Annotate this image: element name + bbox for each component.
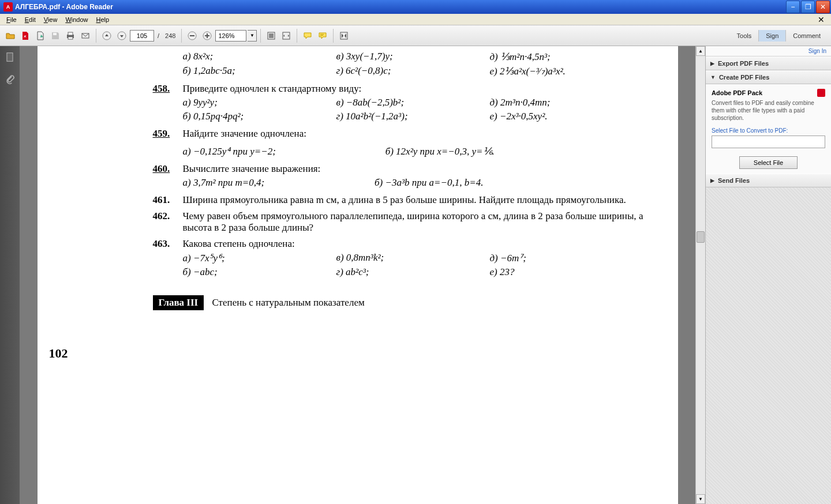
menubar-close-icon[interactable]: ✕ bbox=[814, 14, 829, 25]
problem-number: 459. bbox=[153, 128, 183, 140]
thumbnails-icon[interactable] bbox=[3, 51, 16, 63]
send-files-label: Send Files bbox=[718, 177, 750, 184]
text: д) −6m⁷; bbox=[490, 252, 643, 264]
toolbar: / 248 ▼ Tools Sign Comment bbox=[0, 25, 831, 46]
svg-rect-15 bbox=[340, 32, 347, 39]
menu-window[interactable]: Window bbox=[61, 15, 92, 24]
chevron-down-icon: ▼ bbox=[710, 74, 716, 80]
page-up-icon[interactable] bbox=[100, 29, 114, 43]
fit-page-icon[interactable] bbox=[264, 29, 278, 43]
vertical-scrollbar[interactable]: ▲ ▼ bbox=[695, 46, 705, 504]
left-nav-strip bbox=[0, 46, 20, 504]
scroll-up-icon[interactable]: ▲ bbox=[696, 46, 705, 56]
text: в) −8ab(−2,5)b²; bbox=[336, 97, 490, 108]
page-number-label: 102 bbox=[49, 346, 68, 361]
problem-number: 460. bbox=[153, 163, 183, 175]
svg-rect-2 bbox=[68, 32, 73, 35]
zoom-out-icon[interactable] bbox=[185, 29, 199, 43]
export-pdf-label: Export PDF Files bbox=[718, 60, 769, 67]
text: Найдите значение одночлена: bbox=[183, 128, 643, 140]
scroll-down-icon[interactable]: ▼ bbox=[696, 494, 705, 504]
zoom-dropdown-icon[interactable]: ▼ bbox=[248, 30, 257, 42]
main-area: а) 8x²x; в) 3xy(−1,7)y; д) ⅓m²n·4,5n³; б… bbox=[0, 46, 831, 504]
text: Ширина прямоугольника равна m см, а длин… bbox=[183, 194, 643, 206]
page-number-input[interactable] bbox=[130, 30, 154, 42]
text: д) 2m³n·0,4mn; bbox=[490, 97, 643, 108]
sign-tab[interactable]: Sign bbox=[758, 30, 785, 42]
comment-bubble-icon[interactable] bbox=[301, 29, 315, 43]
text: Приведите одночлен к стандартному виду: bbox=[183, 83, 643, 95]
menu-edit[interactable]: Edit bbox=[21, 15, 40, 24]
maximize-button[interactable]: ❐ bbox=[801, 1, 815, 13]
create-pdf-header[interactable]: ▼ Create PDF Files bbox=[706, 70, 831, 84]
text: б) −abc; bbox=[183, 266, 336, 278]
text: а) −7x⁵y⁶; bbox=[183, 252, 336, 264]
problem-number: 463. bbox=[153, 238, 183, 250]
create-pdf-label: Create PDF Files bbox=[719, 74, 769, 81]
text: г) ab²c³; bbox=[336, 266, 490, 278]
problem-number: 461. bbox=[153, 194, 183, 206]
send-files-header[interactable]: ▶ Send Files bbox=[706, 174, 831, 187]
text: Какова степень одночлена: bbox=[183, 238, 643, 250]
text: Вычислите значение выражения: bbox=[183, 163, 643, 175]
attachments-icon[interactable] bbox=[3, 73, 16, 85]
text: д) ⅓m²n·4,5n³; bbox=[490, 51, 643, 63]
text: а) 8x²x; bbox=[183, 51, 336, 63]
create-pdf-icon[interactable] bbox=[18, 29, 32, 43]
chevron-right-icon: ▶ bbox=[710, 61, 714, 66]
text: а) 9yy²y; bbox=[183, 97, 336, 108]
menu-view[interactable]: View bbox=[40, 15, 62, 24]
menu-help[interactable]: Help bbox=[92, 15, 114, 24]
svg-rect-17 bbox=[8, 53, 13, 61]
svg-rect-0 bbox=[53, 33, 57, 35]
select-file-button[interactable]: Select File bbox=[739, 156, 798, 169]
pack-description: Convert files to PDF and easily combine … bbox=[712, 99, 825, 122]
highlight-icon[interactable] bbox=[316, 29, 330, 43]
chapter-footer: Глава III Степень с натуральным показате… bbox=[153, 295, 643, 310]
text: е) 23? bbox=[490, 266, 643, 278]
pdf-pack-icon bbox=[817, 89, 825, 97]
minimize-button[interactable]: − bbox=[786, 1, 800, 13]
print-icon[interactable] bbox=[63, 29, 77, 43]
scroll-thumb[interactable] bbox=[697, 231, 705, 243]
create-pdf-body: Adobe PDF Pack Convert files to PDF and … bbox=[706, 84, 831, 174]
menu-file[interactable]: File bbox=[2, 15, 21, 24]
text: г) 6c²(−0,8)c; bbox=[336, 65, 490, 77]
chapter-title: Степень с натуральным показателем bbox=[212, 297, 364, 308]
problem-number: 458. bbox=[153, 83, 183, 95]
text: б) −3a³b при a=−0,1, b=4. bbox=[375, 177, 643, 189]
text: Чему равен объем прямоугольного параллел… bbox=[183, 210, 643, 234]
export-pdf-header[interactable]: ▶ Export PDF Files bbox=[706, 57, 831, 70]
pdf-page: а) 8x²x; в) 3xy(−1,7)y; д) ⅓m²n·4,5n³; б… bbox=[38, 46, 678, 504]
svg-rect-13 bbox=[269, 33, 274, 38]
file-path-input[interactable] bbox=[712, 136, 825, 148]
page-sep: / bbox=[158, 32, 159, 39]
chapter-label: Глава III bbox=[153, 295, 204, 310]
tools-tab[interactable]: Tools bbox=[730, 30, 759, 42]
window-title: АЛГЕБРА.pdf - Adobe Reader bbox=[15, 3, 113, 11]
svg-rect-11 bbox=[207, 33, 208, 38]
comment-tab[interactable]: Comment bbox=[785, 30, 828, 42]
text: в) 0,8mn³k²; bbox=[336, 252, 490, 264]
page-down-icon[interactable] bbox=[115, 29, 129, 43]
text: а) 3,7m² при m=0,4; bbox=[183, 177, 375, 189]
open-file-icon[interactable] bbox=[3, 29, 17, 43]
zoom-in-icon[interactable] bbox=[200, 29, 214, 43]
email-icon[interactable] bbox=[78, 29, 92, 43]
fit-width-icon[interactable] bbox=[279, 29, 293, 43]
panel-empty-area bbox=[706, 187, 831, 504]
edit-icon[interactable] bbox=[33, 29, 47, 43]
window-buttons: − ❐ ✕ bbox=[786, 0, 831, 13]
save-icon[interactable] bbox=[48, 29, 62, 43]
sign-in-link[interactable]: Sign In bbox=[706, 46, 831, 57]
text: е) −2x³·0,5xy². bbox=[490, 111, 643, 122]
document-canvas[interactable]: а) 8x²x; в) 3xy(−1,7)y; д) ⅓m²n·4,5n³; б… bbox=[20, 46, 695, 504]
select-file-label: Select File to Convert to PDF: bbox=[712, 127, 825, 134]
zoom-input[interactable] bbox=[215, 30, 246, 42]
scroll-track[interactable] bbox=[696, 56, 705, 494]
problem-number: 462. bbox=[153, 210, 183, 234]
text: а) −0,125y⁴ при y=−2; bbox=[183, 145, 385, 157]
right-panel: Sign In ▶ Export PDF Files ▼ Create PDF … bbox=[705, 46, 831, 504]
read-mode-icon[interactable] bbox=[337, 29, 351, 43]
close-button[interactable]: ✕ bbox=[816, 1, 830, 13]
